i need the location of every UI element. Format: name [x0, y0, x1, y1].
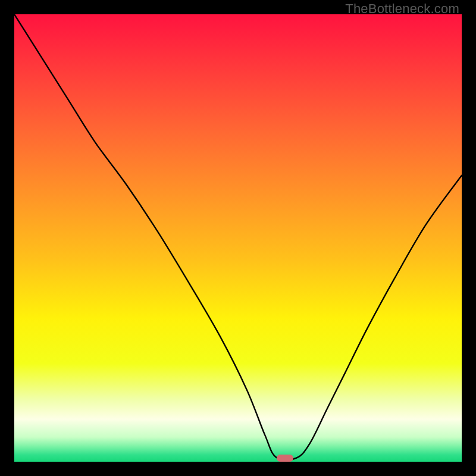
plot-area	[14, 14, 462, 462]
optimum-marker	[277, 455, 293, 462]
chart-frame: TheBottleneck.com	[0, 0, 476, 476]
bottleneck-curve	[14, 14, 462, 462]
